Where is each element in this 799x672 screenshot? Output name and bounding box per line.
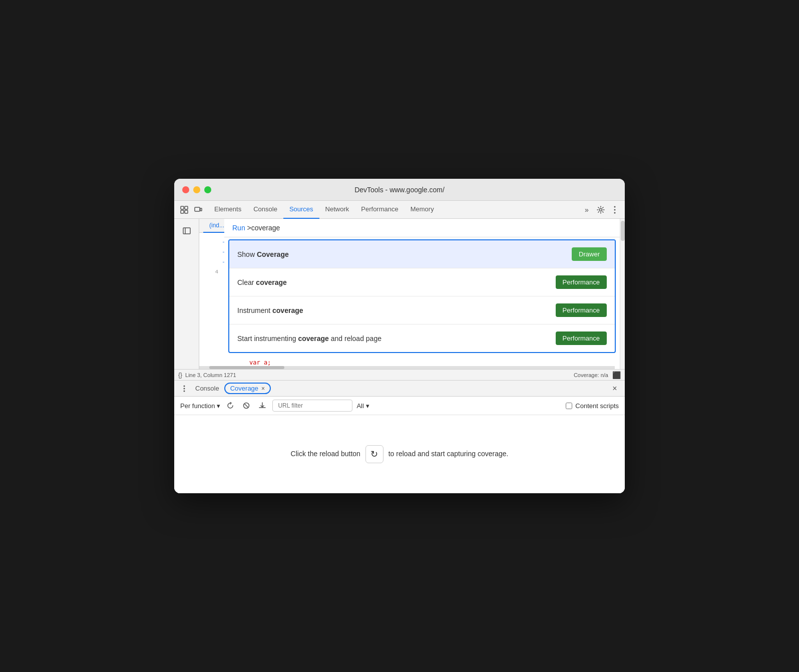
tab-memory[interactable]: Memory xyxy=(405,201,440,219)
close-bottom-panel[interactable]: × xyxy=(609,383,621,395)
command-item-clear-coverage[interactable]: Clear coverage Performance xyxy=(229,268,615,296)
download-coverage-button[interactable] xyxy=(256,400,268,412)
svg-point-12 xyxy=(184,385,185,387)
sidebar-toggle-icon[interactable] xyxy=(179,223,195,239)
svg-line-16 xyxy=(245,404,248,407)
maximize-button[interactable] xyxy=(204,186,211,193)
svg-point-8 xyxy=(614,209,616,210)
traffic-lights xyxy=(182,186,211,193)
vertical-scrollbar[interactable] xyxy=(620,219,625,369)
command-results: Show Coverage Drawer Clear coverage Perf… xyxy=(228,239,616,353)
tab-network[interactable]: Network xyxy=(319,201,355,219)
screenshot-icon[interactable]: ⬛ xyxy=(612,371,621,379)
tab-console[interactable]: Console xyxy=(247,201,283,219)
bottom-panel: Console Coverage × × Per function ▾ xyxy=(174,380,625,493)
devtools-body: Elements Console Sources Network Perform… xyxy=(174,201,625,493)
svg-point-6 xyxy=(600,208,602,211)
inspect-icon[interactable] xyxy=(178,204,190,216)
close-coverage-tab[interactable]: × xyxy=(261,385,265,392)
performance-badge-3[interactable]: Performance xyxy=(556,331,607,345)
url-filter-input[interactable] xyxy=(272,400,352,412)
scrollbar-thumb-v xyxy=(621,221,625,241)
tab-elements[interactable]: Elements xyxy=(208,201,247,219)
run-label: Run xyxy=(232,224,245,232)
per-function-dropdown[interactable]: Per function ▾ xyxy=(180,402,220,410)
reload-coverage-button[interactable] xyxy=(224,400,236,412)
svg-rect-4 xyxy=(195,207,200,211)
tab-overflow-group: » xyxy=(581,204,621,216)
content-scripts-checkbox[interactable] xyxy=(566,403,572,409)
tab-performance[interactable]: Performance xyxy=(355,201,404,219)
bottom-menu-icon[interactable] xyxy=(178,383,190,395)
per-function-label: Per function xyxy=(180,402,215,410)
all-filter-dropdown[interactable]: All ▾ xyxy=(356,402,369,410)
settings-icon[interactable] xyxy=(595,204,607,216)
svg-rect-1 xyxy=(185,206,188,209)
drawer-badge[interactable]: Drawer xyxy=(572,247,607,261)
svg-rect-2 xyxy=(181,210,184,213)
horizontal-scrollbar[interactable] xyxy=(199,366,615,369)
svg-rect-10 xyxy=(183,228,190,234)
svg-point-14 xyxy=(184,390,185,392)
titlebar: DevTools - www.google.com/ xyxy=(174,179,625,201)
svg-point-13 xyxy=(184,388,185,389)
devtools-tabs: Elements Console Sources Network Perform… xyxy=(174,201,625,219)
bottom-tabs: Console Coverage × × xyxy=(174,381,625,397)
tab-sources[interactable]: Sources xyxy=(283,201,319,219)
svg-rect-0 xyxy=(181,206,184,209)
coverage-status: Coverage: n/a xyxy=(574,372,608,378)
close-button[interactable] xyxy=(182,186,189,193)
status-bar: {} Line 3, Column 1271 Coverage: n/a ⬛ xyxy=(174,369,625,380)
coverage-empty-state: Click the reload button ↻ to reload and … xyxy=(174,415,625,493)
command-item-start-instrumenting[interactable]: Start instrumenting coverage and reload … xyxy=(229,324,615,352)
device-toggle-icon[interactable] xyxy=(192,204,204,216)
performance-badge-1[interactable]: Performance xyxy=(556,275,607,289)
sidebar-panel xyxy=(174,219,199,369)
content-scripts-toggle[interactable]: Content scripts xyxy=(566,402,619,410)
per-function-arrow: ▾ xyxy=(217,402,220,410)
command-item-show-coverage[interactable]: Show Coverage Drawer xyxy=(229,240,615,268)
main-content: (ind... – – – xyxy=(174,219,625,369)
coverage-empty-message: Click the reload button ↻ to reload and … xyxy=(291,445,509,463)
format-icon[interactable]: {} xyxy=(178,372,182,379)
devtools-window: DevTools - www.google.com/ xyxy=(174,179,625,493)
performance-badge-2[interactable]: Performance xyxy=(556,303,607,317)
scrollbar-thumb xyxy=(209,366,284,369)
tab-coverage-bottom[interactable]: Coverage × xyxy=(224,383,271,394)
svg-rect-5 xyxy=(200,208,202,211)
clear-coverage-button[interactable] xyxy=(240,400,252,412)
command-item-instrument-coverage[interactable]: Instrument coverage Performance xyxy=(229,296,615,324)
svg-point-7 xyxy=(614,206,616,207)
kebab-menu-icon[interactable] xyxy=(609,204,621,216)
minimize-button[interactable] xyxy=(193,186,200,193)
svg-point-9 xyxy=(614,212,616,213)
coverage-toolbar: Per function ▾ xyxy=(174,397,625,415)
command-input-row: Run >coverage xyxy=(224,219,620,237)
tab-icon-group xyxy=(178,204,204,216)
reload-icon-inline: ↻ xyxy=(365,445,383,463)
more-tabs-button[interactable]: » xyxy=(581,204,593,216)
status-bar-left: {} Line 3, Column 1271 xyxy=(178,372,236,379)
command-query: >coverage xyxy=(247,224,280,232)
svg-rect-3 xyxy=(185,210,188,213)
status-bar-right: Coverage: n/a ⬛ xyxy=(574,371,621,379)
command-palette: Run >coverage Show Coverage Drawer xyxy=(224,219,620,366)
editor-area: (ind... – – – xyxy=(199,219,620,369)
tab-console-bottom[interactable]: Console xyxy=(190,381,224,397)
cursor-position: Line 3, Column 1271 xyxy=(185,372,236,378)
window-title: DevTools - www.google.com/ xyxy=(354,186,445,194)
